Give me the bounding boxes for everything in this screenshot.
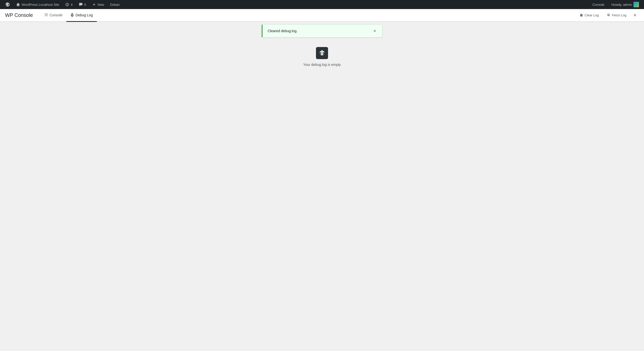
bug-icon-wrapper [316,47,328,59]
tab-console-label: Console [50,13,62,17]
plugin-panel: WP Console Console Debug Log [0,9,644,22]
fetch-log-label: Fetch Log [612,13,626,17]
plugin-header: WP Console Console Debug Log [0,9,644,22]
bug-icon [318,50,326,57]
site-name-label: WordPress Localhost Site [22,3,59,7]
debug-tab-icon [70,13,74,17]
main-content: Cleared debug.log. × Your debug.log is e… [0,22,644,351]
clear-log-icon [580,13,583,17]
home-icon [16,3,20,7]
toast-close-icon: × [373,28,376,33]
fetch-log-icon [607,13,610,17]
howdy-label: Howdy, admin [612,3,632,7]
dokan-label: Dokan [110,3,120,7]
admin-bar: WordPress Localhost Site 4 0 [0,0,644,9]
dokan-menu[interactable]: Dokan [107,0,123,9]
comments-menu[interactable]: 0 [76,0,89,9]
plugin-actions: Clear Log Fetch Log × [576,11,639,19]
clear-log-label: Clear Log [585,13,599,17]
updates-menu[interactable]: 4 [62,0,75,9]
tab-debug-log[interactable]: Debug Log [66,9,97,22]
plugin-title: WP Console [5,12,33,18]
tab-debug-log-label: Debug Log [75,13,93,17]
plus-icon [92,3,96,7]
plugin-tabs: Console Debug Log [41,9,571,22]
close-icon: × [633,12,636,18]
toast-message: Cleared debug.log. [268,29,297,33]
updates-icon [65,3,69,7]
new-label: New [98,3,104,7]
wp-logo-menu[interactable] [2,0,13,9]
updates-count: 4 [71,3,72,7]
comments-count: 0 [84,3,86,7]
tab-console[interactable]: Console [41,9,66,22]
empty-state-text: Your debug.log is empty [303,63,341,67]
admin-bar-left: WordPress Localhost Site 4 0 [2,0,589,9]
fetch-log-button[interactable]: Fetch Log [603,12,630,19]
close-panel-button[interactable]: × [631,11,639,19]
toast-close-button[interactable]: × [372,29,377,33]
new-content-menu[interactable]: New [89,0,107,9]
wordpress-icon [5,2,10,7]
console-menu[interactable]: Console [589,0,608,9]
console-tab-icon [45,13,48,17]
site-name-menu[interactable]: WordPress Localhost Site [13,0,62,9]
user-menu[interactable]: Howdy, admin [609,0,642,9]
clear-log-button[interactable]: Clear Log [576,12,602,19]
comments-icon [79,3,83,7]
user-avatar [633,2,639,7]
console-label: Console [592,3,605,7]
toast-notification: Cleared debug.log. × [262,24,382,37]
admin-bar-right: Console Howdy, admin [589,0,642,9]
